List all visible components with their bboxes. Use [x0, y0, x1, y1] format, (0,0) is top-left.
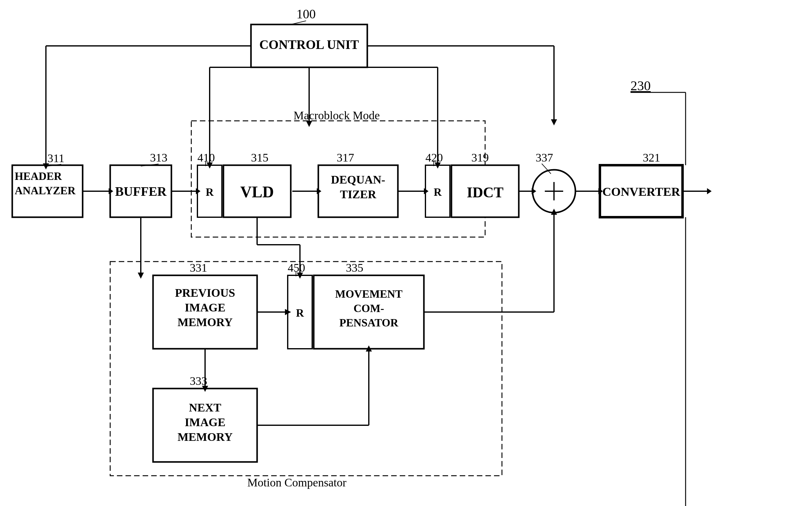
vld-label: VLD [240, 183, 274, 201]
buffer-label: BUFFER [115, 184, 167, 198]
ref-313: 313 [150, 151, 167, 164]
ref-230: 230 [631, 78, 651, 93]
ref-410: 410 [197, 151, 215, 164]
r-idct-label: R [434, 186, 442, 198]
ref-319: 319 [471, 151, 489, 164]
next-img-label-3: MEMORY [177, 430, 233, 443]
svg-rect-0 [0, 0, 812, 506]
mc-label-1: MOVEMENT [335, 288, 402, 300]
ref-321: 321 [643, 151, 660, 164]
ref-100: 100 [297, 7, 316, 21]
mc-label-3: PENSATOR [339, 317, 399, 329]
r-vld-label: R [206, 186, 214, 198]
block-diagram-svg: 100 CONTROL UNIT HEADER ANALYZER 311 BUF… [0, 0, 812, 506]
motion-compensator-label: Motion Compensator [247, 476, 346, 489]
ref-420: 420 [425, 151, 443, 164]
mc-label-2: COM- [353, 302, 384, 315]
ref-337: 337 [536, 151, 553, 164]
ref-331: 331 [190, 261, 207, 274]
header-analyzer-label-1: HEADER [15, 170, 62, 182]
prev-img-label-2: IMAGE [185, 301, 226, 314]
header-analyzer-label-2: ANALYZER [15, 184, 76, 197]
dequant-label-1: DEQUAN- [331, 173, 385, 186]
prev-img-label-1: PREVIOUS [175, 286, 235, 299]
diagram-container: 100 CONTROL UNIT HEADER ANALYZER 311 BUF… [0, 0, 812, 506]
ref-315: 315 [251, 151, 268, 164]
converter-label: CONVERTER [602, 185, 680, 198]
ref-311: 311 [48, 152, 65, 165]
ref-450: 450 [288, 261, 305, 274]
ref-335: 335 [346, 261, 363, 274]
idct-label: IDCT [467, 184, 503, 200]
prev-img-label-3: MEMORY [177, 316, 233, 329]
dequant-label-2: TIZER [340, 188, 377, 201]
control-unit-label: CONTROL UNIT [259, 37, 359, 52]
next-img-label-2: IMAGE [185, 416, 226, 429]
macroblock-mode-label: Macroblock Mode [294, 109, 380, 122]
ref-317: 317 [337, 151, 354, 164]
r-mc-label: R [296, 307, 304, 319]
next-img-label-1: NEXT [189, 401, 221, 414]
